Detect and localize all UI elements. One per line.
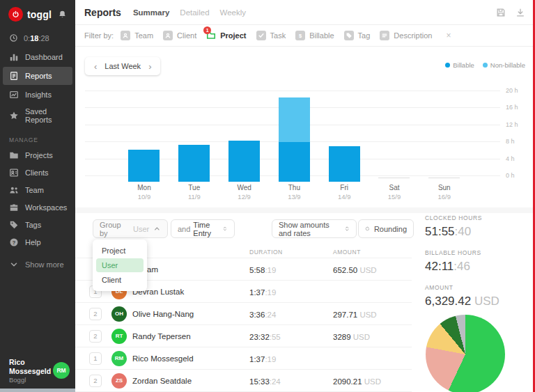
amount-cell: 2090.21 USD bbox=[333, 375, 412, 387]
sidebar-item-label: Saved Reports bbox=[25, 107, 70, 124]
sidebar-item-team[interactable]: Team bbox=[0, 182, 75, 198]
user-profile[interactable]: Rico Mossesgeld Boggl RM bbox=[0, 354, 75, 388]
sidebar-item-insights[interactable]: Insights bbox=[0, 86, 75, 103]
table-row-rico-mossesgeld[interactable]: 1RMRico Mossesgeld1:37:19 bbox=[75, 347, 412, 370]
notifications-bell-icon[interactable] bbox=[58, 10, 67, 19]
sidebar-bottom-strip bbox=[0, 389, 75, 392]
tag-icon bbox=[9, 220, 19, 230]
y-axis-tick: 8 h bbox=[506, 138, 531, 145]
report-tabs: SummaryDetailedWeekly bbox=[133, 8, 256, 17]
filter-chip-team[interactable]: Team bbox=[121, 31, 153, 40]
tab-weekly[interactable]: Weekly bbox=[220, 8, 247, 17]
sidebar-item-saved-reports[interactable]: Saved Reports bbox=[0, 104, 75, 127]
filter-chip-label: Tag bbox=[358, 31, 371, 40]
sidebar-show-more[interactable]: Show more bbox=[0, 256, 75, 273]
amount-cell: 652.50 USD bbox=[333, 263, 412, 276]
week-navigator[interactable]: ‹ Last Week › bbox=[85, 57, 160, 75]
sidebar-item-projects[interactable]: Projects bbox=[0, 147, 75, 164]
y-axis-tick: 16 h bbox=[506, 104, 531, 111]
table-row-zordan-seatdale[interactable]: 2ZSZordan Seatdale15:33:242090.21 USD bbox=[75, 370, 412, 392]
y-axis-tick: 4 h bbox=[506, 155, 531, 162]
y-axis-tick: 12 h bbox=[506, 121, 531, 128]
report-content: ‹ Last Week › BillableNon-billable 20 h1… bbox=[75, 47, 535, 392]
amount-pie-chart bbox=[426, 315, 505, 392]
sidebar-manage-nav: ProjectsClientsTeamWorkspacesTags?Help bbox=[0, 147, 75, 251]
sidebar-item-reports[interactable]: Reports bbox=[3, 67, 72, 85]
duration-cell: 3:36:24 bbox=[249, 308, 333, 320]
filter-chip-description[interactable]: Description bbox=[380, 31, 432, 40]
x-axis-label-sun: Sun16/9 bbox=[419, 184, 470, 201]
legend-item-non-billable: Non-billable bbox=[483, 61, 525, 69]
x-axis-label-sat: Sat15/9 bbox=[369, 184, 419, 201]
star-icon bbox=[9, 111, 19, 120]
rounding-button[interactable]: Rounding bbox=[358, 219, 414, 238]
bar-segment-billable bbox=[228, 141, 260, 182]
check-box-icon bbox=[258, 32, 265, 39]
group-by-select[interactable]: Group by User bbox=[93, 219, 168, 238]
table-row-olive-hang-nang[interactable]: 2OHOlive Hang-Nang3:36:24297.71 USD bbox=[75, 303, 412, 325]
user-name-cell: Rico Mossesgeld bbox=[132, 354, 249, 363]
filter-chip-client[interactable]: Client bbox=[163, 31, 196, 40]
sidebar-item-label: Reports bbox=[25, 72, 52, 80]
avatar: RM bbox=[111, 351, 127, 366]
sidebar-item-clients[interactable]: Clients bbox=[0, 164, 75, 181]
sub-group-select[interactable]: and Time Entry bbox=[171, 219, 235, 238]
x-axis-label-thu: Thu13/9 bbox=[269, 184, 319, 201]
zero-baseline bbox=[378, 178, 410, 178]
dropdown-option-project[interactable]: Project bbox=[96, 244, 144, 258]
filter-chip-task[interactable]: Task bbox=[256, 31, 286, 40]
table-row-randy-tepersen[interactable]: 2RTRandy Tepersen23:32:553289 USD bbox=[75, 325, 412, 347]
bar-thu bbox=[279, 97, 310, 182]
user-name-cell: Olive Hang-Nang bbox=[132, 310, 249, 318]
workspace-name: Boggl bbox=[9, 376, 53, 384]
tab-summary[interactable]: Summary bbox=[133, 8, 169, 17]
timer-display[interactable]: 0:18:28 bbox=[0, 27, 75, 48]
manage-section-label: MANAGE bbox=[0, 128, 75, 146]
bar-segment-billable bbox=[128, 150, 160, 182]
sidebar-item-label: Clients bbox=[25, 168, 49, 177]
entry-count-badge: 1 bbox=[89, 352, 102, 365]
filter-chip-billable[interactable]: $Billable bbox=[295, 31, 334, 40]
sidebar-item-label: Team bbox=[25, 186, 44, 194]
x-axis-label-wed: Wed12/9 bbox=[219, 184, 270, 201]
sidebar-item-label: Tags bbox=[25, 221, 41, 229]
amount-label: AMOUNT bbox=[425, 284, 535, 291]
tab-detailed[interactable]: Detailed bbox=[180, 8, 209, 17]
duration-column-header: DURATION bbox=[249, 249, 333, 256]
sorter-icon bbox=[344, 225, 350, 233]
sidebar-item-label: Help bbox=[25, 238, 41, 246]
user-box-icon bbox=[164, 32, 171, 39]
dropdown-option-client[interactable]: Client bbox=[96, 273, 144, 287]
user-name-cell: Randy Tepersen bbox=[132, 332, 249, 340]
avatar: RT bbox=[111, 329, 127, 344]
next-week-arrow[interactable]: › bbox=[146, 61, 153, 72]
sidebar-item-label: Workspaces bbox=[25, 203, 67, 212]
dropdown-option-user[interactable]: User bbox=[96, 258, 144, 272]
duration-cell: 5:58:19 bbox=[249, 263, 333, 276]
save-report-icon[interactable] bbox=[496, 8, 506, 17]
filter-chip-project[interactable]: 1Project bbox=[206, 31, 246, 40]
chevron-up-icon bbox=[153, 225, 161, 233]
filter-chips: TeamClient1ProjectTask$BillableTagDescri… bbox=[121, 31, 442, 40]
bar-segment-billable bbox=[279, 142, 310, 182]
svg-text:?: ? bbox=[13, 240, 16, 246]
filter-chip-tag[interactable]: Tag bbox=[344, 31, 371, 40]
timer-clock-icon bbox=[9, 33, 18, 42]
filter-chip-label: Description bbox=[394, 31, 432, 40]
sidebar-item-help[interactable]: ?Help bbox=[0, 234, 75, 251]
bar-segment-billable bbox=[329, 146, 360, 182]
zero-baseline bbox=[428, 178, 460, 178]
sidebar-item-workspaces[interactable]: Workspaces bbox=[0, 199, 75, 216]
prev-week-arrow[interactable]: ‹ bbox=[92, 61, 99, 72]
bar-tue bbox=[178, 145, 210, 182]
user-name-cell: Yurram bbox=[132, 265, 249, 274]
amounts-select[interactable]: Show amounts and rates bbox=[272, 219, 357, 238]
amount-column-header: AMOUNT bbox=[333, 249, 412, 256]
export-download-icon[interactable] bbox=[515, 8, 525, 17]
sidebar-item-tags[interactable]: Tags bbox=[0, 217, 75, 233]
clear-filters-icon[interactable]: × bbox=[446, 31, 451, 40]
stats-panel: CLOCKED HOURS 51:55:40 BILLABLE HOURS 42… bbox=[425, 214, 535, 319]
entry-count-badge: 2 bbox=[89, 375, 102, 387]
sidebar-item-dashboard[interactable]: Dashboard bbox=[0, 49, 75, 65]
logo-text: toggl bbox=[27, 9, 58, 20]
